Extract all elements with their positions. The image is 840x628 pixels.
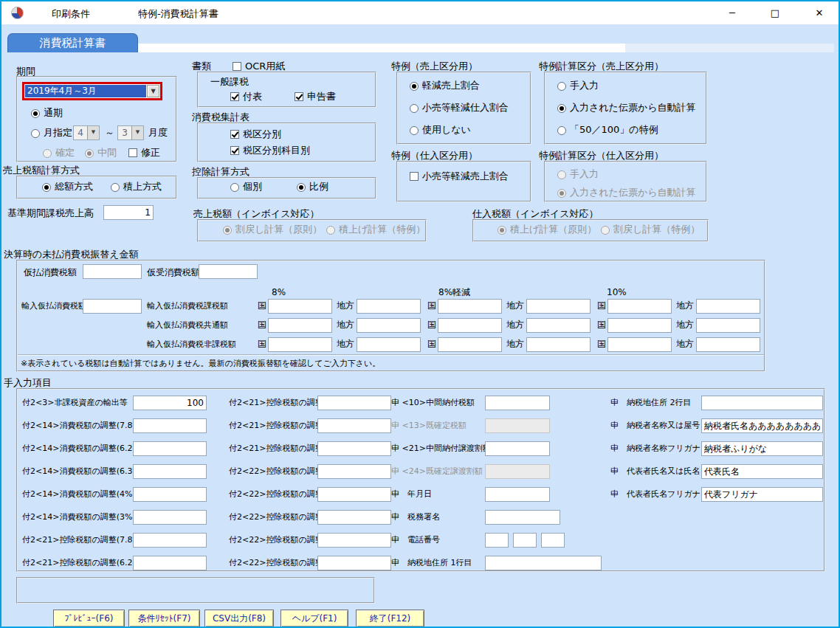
taxable-8-national-input[interactable] [268, 299, 332, 314]
manual-input[interactable] [133, 396, 207, 410]
nontaxable-10-national-input[interactable] [607, 337, 672, 352]
karibarai-input[interactable] [83, 264, 142, 279]
kariuke-input[interactable] [199, 264, 258, 279]
manual-entry-label: 手入力 [570, 80, 599, 91]
division-principle-radio [223, 226, 232, 235]
tab-consumption-tax-sheet[interactable]: 消費税計算書 [7, 33, 138, 52]
import-karibarai-input[interactable] [83, 299, 142, 314]
special-calc-purchase-section-label: 特例計算区分（仕入区分用） [539, 151, 664, 161]
manual-input[interactable] [133, 418, 207, 433]
maximize-icon[interactable]: □ [758, 1, 792, 24]
nontaxable-10-local-input[interactable] [696, 337, 760, 352]
individual-radio[interactable] [230, 183, 239, 192]
status-box [16, 577, 375, 604]
reduced-sales-ratio-radio[interactable] [410, 82, 419, 91]
phone-part2-input[interactable] [513, 533, 537, 548]
by-tax-category-account-checkbox[interactable] [230, 146, 239, 155]
manual-input[interactable] [317, 487, 391, 502]
accumulate-method-radio[interactable] [111, 183, 120, 192]
tax-return-checkbox[interactable] [295, 92, 303, 101]
retail-reduced-purchase-ratio-radio[interactable] [410, 104, 419, 113]
manual-input[interactable] [317, 556, 391, 570]
common-8-local-input[interactable] [357, 318, 421, 333]
tax-office-input[interactable] [485, 510, 560, 525]
manual-label: 付2<14>消費税額の調整(6.24%) [22, 444, 148, 453]
taxpayer-kana-input[interactable] [701, 441, 823, 456]
full-period-radio[interactable] [31, 109, 40, 118]
window-title: 特例-消費税計算書 [138, 7, 218, 21]
close-icon[interactable]: ✕ [802, 1, 836, 24]
auto-calc-from-slips-radio[interactable] [557, 104, 566, 113]
csv-export-button[interactable]: CSV出力(F8) [204, 610, 274, 627]
taxable-8r-national-input[interactable] [438, 299, 502, 314]
period-section-label: 期間 [16, 66, 35, 77]
month-specify-radio[interactable] [31, 129, 40, 138]
not-used-radio[interactable] [410, 126, 419, 135]
preview-button[interactable]: ﾌﾟﾚﾋﾞｭｰ(F6) [53, 610, 125, 627]
manual-input[interactable] [133, 556, 207, 570]
tax-address-line2-input[interactable] [701, 396, 823, 410]
nontaxable-8-local-input[interactable] [357, 337, 421, 352]
menu-print-conditions[interactable]: 印刷条件 [52, 7, 90, 21]
manual-input[interactable] [317, 510, 391, 525]
attached-table-checkbox[interactable] [230, 92, 239, 101]
manual-input[interactable] [133, 533, 207, 548]
ocr-paper-checkbox[interactable] [233, 62, 241, 71]
manual-input[interactable] [317, 464, 391, 479]
gross-method-radio[interactable] [42, 183, 51, 192]
manual-input[interactable] [317, 441, 391, 456]
summary-frame [197, 123, 376, 162]
nontaxable-8r-national-input[interactable] [438, 337, 502, 352]
taxpayer-name-input[interactable] [701, 418, 823, 433]
base-period-input[interactable] [103, 205, 154, 220]
manual-input[interactable] [317, 396, 391, 410]
proportional-radio[interactable] [297, 183, 306, 192]
common-8r-national-input[interactable] [438, 318, 502, 333]
manual-input[interactable] [133, 487, 207, 502]
common-8-national-input[interactable] [268, 318, 332, 333]
taxable-10-local-input[interactable] [696, 299, 760, 314]
retail-reduced-sales-ratio-checkbox[interactable] [410, 172, 419, 181]
period-dropdown[interactable]: 2019年4月～3月 ▼ [22, 82, 162, 100]
national-label: 国 [258, 339, 266, 349]
phone-part1-input[interactable] [485, 533, 509, 548]
tax-address-line1-input[interactable] [485, 556, 602, 570]
auto-calc-purchase-radio [557, 189, 566, 198]
by-tax-category-checkbox[interactable] [230, 130, 239, 139]
manual-input[interactable] [133, 441, 207, 456]
month-to-select: 3 ▼ [117, 125, 144, 140]
taxable-8r-local-input[interactable] [526, 299, 591, 314]
representative-kana-input[interactable] [701, 487, 823, 502]
manual-input[interactable] [133, 464, 207, 479]
chevron-down-icon[interactable]: ▼ [147, 85, 159, 97]
auto-calc-purchase-label: 入力された伝票から自動計算 [570, 187, 696, 198]
taxable-10-national-input[interactable] [607, 299, 672, 314]
phone-part3-input[interactable] [541, 533, 565, 548]
manual-input[interactable] [317, 418, 391, 433]
interim-payment-tax-input[interactable] [485, 396, 550, 410]
common-8r-local-input[interactable] [526, 318, 591, 333]
exit-button[interactable]: 終了(F12) [356, 610, 424, 627]
division-special-radio [601, 226, 610, 235]
common-10-national-input[interactable] [607, 318, 672, 333]
fifty-hundred-special-radio[interactable] [557, 126, 566, 135]
manual-entry-purchase-radio [557, 170, 566, 179]
nontaxable-8-national-input[interactable] [268, 337, 332, 352]
date-input[interactable] [485, 487, 550, 502]
help-button[interactable]: ヘルプ(F1) [280, 610, 348, 627]
manual-input[interactable] [133, 510, 207, 525]
reset-conditions-button[interactable]: 条件ﾘｾｯﾄ(F7) [128, 610, 200, 627]
fifty-hundred-special-label: 「50／100」の特例 [570, 125, 658, 135]
import-karibarai-label: 輸入仮払消費税額 [21, 302, 86, 311]
representative-name-input[interactable] [701, 464, 823, 479]
manual-input[interactable] [317, 533, 391, 548]
nontaxable-8r-local-input[interactable] [526, 337, 591, 352]
common-10-local-input[interactable] [696, 318, 760, 333]
minimize-icon[interactable]: ─ [715, 1, 749, 24]
manual-entry-radio[interactable] [557, 82, 566, 91]
manual-label: 申 代表者氏名又は氏名 [610, 467, 700, 476]
period-dropdown-value: 2019年4月～3月 [25, 85, 146, 97]
taxable-8-local-input[interactable] [357, 299, 421, 314]
amend-checkbox[interactable] [128, 148, 137, 157]
interim-transfer-tax-input[interactable] [485, 441, 550, 456]
